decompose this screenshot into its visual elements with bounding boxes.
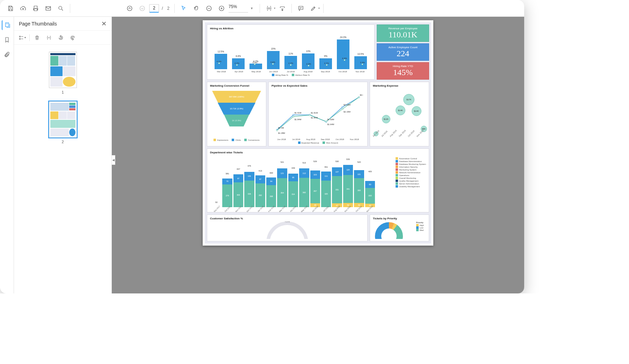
comment-icon[interactable] xyxy=(295,3,306,14)
kpi-card: Revenue per Employee110.01K xyxy=(377,24,429,42)
svg-text:$2.15M: $2.15M xyxy=(344,111,350,113)
kpi-stack: Revenue per Employee110.01KActive Employ… xyxy=(377,24,429,80)
department-tickets-chart: Department wise Tickets 3227970381303974… xyxy=(207,148,429,212)
svg-text:$1.84M: $1.84M xyxy=(295,118,302,121)
zoom-out-icon[interactable] xyxy=(203,3,215,14)
email-icon[interactable] xyxy=(43,3,54,14)
svg-point-13 xyxy=(293,114,294,116)
page-number-input[interactable] xyxy=(149,4,159,13)
main-area: Page Thumbnails ✕ ▾ xyxy=(0,17,524,293)
svg-rect-7 xyxy=(19,36,20,37)
zoom-in-icon[interactable] xyxy=(216,3,227,14)
tickets-legend: Automation ControlDatabase Administratio… xyxy=(396,157,426,188)
save-icon[interactable] xyxy=(5,3,16,14)
svg-text:$2.23M: $2.23M xyxy=(344,104,350,106)
page-up-icon[interactable] xyxy=(124,3,135,14)
customer-satisfaction-chart: Customer Satisfaction % 79% xyxy=(207,214,368,241)
svg-text:$1.91M: $1.91M xyxy=(311,112,318,114)
thumbnails-toolbar: ▾ xyxy=(14,31,111,45)
cursor-select-icon[interactable] xyxy=(178,3,189,14)
collapse-panel-icon[interactable]: ◀ xyxy=(112,155,115,165)
fit-width-icon[interactable] xyxy=(277,3,288,14)
document-viewport[interactable]: ◀ Hiring vs Attrition 12.5%4.1%8.8%2.7%4… xyxy=(112,17,524,293)
svg-text:$2.63M: $2.63M xyxy=(360,94,363,96)
svg-point-22 xyxy=(325,121,327,122)
delete-page-icon[interactable] xyxy=(32,33,42,42)
chart-title: Marketing Conversion Funnel xyxy=(210,84,263,87)
svg-rect-8 xyxy=(19,38,20,39)
pdf-viewer-window: / 2 75% ▼ ▾ ▾ Page Thumbnails ✕ xyxy=(0,0,524,293)
thumbnails-panel: Page Thumbnails ✕ ▾ xyxy=(14,17,112,293)
upload-cloud-icon[interactable] xyxy=(17,3,29,14)
close-icon[interactable]: ✕ xyxy=(101,20,107,28)
rotate-ccw-icon[interactable] xyxy=(56,33,65,42)
organize-pages-icon[interactable] xyxy=(44,33,53,42)
svg-text:$1.63M: $1.63M xyxy=(327,118,334,121)
bookmarks-tab-icon[interactable] xyxy=(2,35,12,45)
svg-rect-0 xyxy=(46,6,51,10)
hiring-vs-attrition-chart: Hiring vs Attrition 12.5%4.1%8.8%2.7%4.7… xyxy=(207,24,375,80)
thumbnails-list: 1 2 xyxy=(14,45,111,293)
thumb-options-icon[interactable]: ▾ xyxy=(17,33,27,42)
thumbnails-title: Page Thumbnails xyxy=(19,21,57,27)
tickets-by-priority-chart: Tickets by Priority Priority HighLowMed xyxy=(370,214,429,241)
chart-title: Marketing Expense xyxy=(373,84,426,87)
toolbar: / 2 75% ▼ ▾ ▾ xyxy=(0,0,524,17)
left-rail xyxy=(0,17,14,293)
svg-point-26 xyxy=(342,108,343,110)
svg-point-3 xyxy=(140,6,145,11)
pdf-page: Hiring vs Attrition 12.5%4.1%8.8%2.7%4.7… xyxy=(203,20,433,246)
separator xyxy=(70,4,70,13)
chart-title: Department wise Tickets xyxy=(210,151,376,154)
svg-point-25 xyxy=(342,106,343,108)
attachments-tab-icon[interactable] xyxy=(2,50,12,59)
svg-text:$1.91M: $1.91M xyxy=(295,112,302,114)
highlight-pen-icon[interactable] xyxy=(308,3,319,14)
kpi-card: Active Employee Count224 xyxy=(377,43,429,61)
thumbnails-tab-icon[interactable] xyxy=(2,20,12,30)
zoom-level-select[interactable]: 75% xyxy=(229,4,248,13)
page-down-icon xyxy=(137,3,148,14)
pipeline-chart: Pipeline vs Expected Sales $1.3M$1.28M$1… xyxy=(268,82,368,146)
thumb-label: 2 xyxy=(62,140,64,144)
pan-hand-icon[interactable] xyxy=(191,3,202,14)
separator xyxy=(260,4,260,13)
thumb-label: 1 xyxy=(62,90,64,94)
fit-page-icon[interactable] xyxy=(263,3,275,14)
page-total: 2 xyxy=(167,6,169,11)
svg-point-2 xyxy=(127,6,132,11)
chart-title: Hiring vs Attrition xyxy=(210,27,371,30)
page-separator: / xyxy=(162,6,163,11)
thumbnail-page-2[interactable]: 2 xyxy=(49,101,77,144)
svg-text:$1.64M: $1.64M xyxy=(327,123,334,125)
thumbnail-page-1[interactable]: 1 xyxy=(49,52,77,94)
svg-rect-6 xyxy=(5,23,8,27)
chart-title: Pipeline vs Expected Sales xyxy=(272,84,364,87)
marketing-funnel-chart: Marketing Conversion Funnel 367.09K (100… xyxy=(207,82,266,146)
svg-point-14 xyxy=(293,116,294,117)
separator xyxy=(291,4,292,13)
svg-point-10 xyxy=(276,130,278,131)
kpi-card: Hiring Rate YTD145% xyxy=(377,62,429,80)
search-icon[interactable] xyxy=(55,3,66,14)
chart-title: Tickets by Priority xyxy=(373,217,426,220)
svg-text:$1.3M: $1.3M xyxy=(278,127,284,129)
svg-point-18 xyxy=(309,115,311,116)
svg-point-30 xyxy=(358,96,360,98)
chart-title: Customer Satisfaction % xyxy=(210,217,364,220)
separator xyxy=(323,4,324,13)
print-icon[interactable] xyxy=(30,3,41,14)
rotate-cw-icon[interactable] xyxy=(68,33,77,42)
svg-text:$1.28M: $1.28M xyxy=(278,132,285,134)
svg-point-1 xyxy=(59,6,62,9)
marketing-expense-chart: Marketing Expense $12K$14K$17K$14K$8KJun… xyxy=(370,82,429,146)
chevron-down-icon[interactable]: ▼ xyxy=(250,7,253,10)
svg-text:$1.90M: $1.90M xyxy=(311,117,318,119)
separator xyxy=(174,4,175,13)
